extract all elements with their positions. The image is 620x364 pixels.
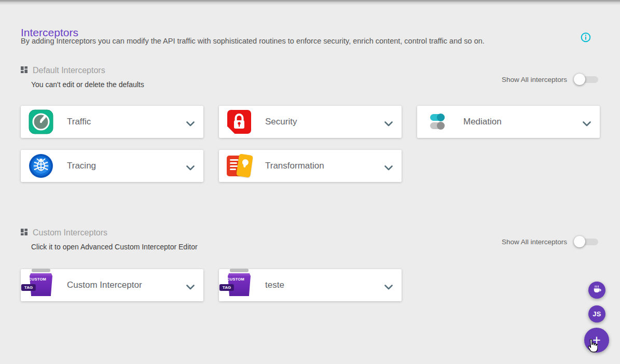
section-subtitle: You can't edit or delete the defaults [31,80,144,89]
toggle-label: Show All interceptors [502,76,567,83]
traffic-gauge-icon [29,109,53,134]
section-header-default-interceptors: Default Interceptors [21,66,105,75]
mediation-toggles-icon [425,109,450,134]
toggle-label: Show All interceptors [502,238,567,246]
custom-tag-icon: CUSTOM TAG [227,273,252,298]
chevron-down-icon[interactable] [583,119,591,129]
grid-icon [21,66,27,75]
section-title: Custom Interceptors [33,228,107,237]
security-lock-icon [227,109,252,134]
card-title: teste [265,280,284,290]
custom-tag-text-bottom: TAG [21,284,36,291]
section-title: Default Interceptors [33,66,105,75]
card-title: Mediation [463,117,502,127]
js-label: JS [593,310,601,318]
transformation-document-bulb-icon [227,153,252,178]
card-title: Custom Interceptor [67,280,142,290]
chevron-down-icon[interactable] [384,119,393,129]
chevron-down-icon[interactable] [384,283,393,292]
custom-tag-text-bottom: TAG [219,284,234,291]
top-scroll-shadow [0,0,620,5]
chevron-down-icon[interactable] [186,119,195,129]
card-custom-interceptor[interactable]: CUSTOM TAG Custom Interceptor [21,269,203,301]
grid-icon [21,228,27,237]
page-description: By adding Interceptors you can modify th… [21,37,485,45]
hand-cursor [587,339,598,355]
card-title: Security [265,117,297,127]
card-traffic[interactable]: Traffic [21,106,203,138]
show-all-toggle-row-custom: Show All interceptors [502,235,600,248]
chevron-down-icon[interactable] [186,163,195,173]
section-subtitle: Click it to open Advanced Custom Interce… [31,243,198,251]
tracing-bug-icon [29,153,53,178]
toggle-knob [574,236,585,247]
card-title: Transformation [265,161,324,171]
card-security[interactable]: Security [219,106,402,138]
coffee-cup-icon [592,284,602,296]
toggle-knob [574,74,585,85]
show-all-toggle-row-default: Show All interceptors [502,73,600,86]
card-title: Tracing [67,161,96,171]
card-title: Traffic [67,117,91,127]
js-fab[interactable]: JS [588,305,605,323]
info-icon[interactable] [581,32,591,43]
card-teste[interactable]: CUSTOM TAG teste [219,269,402,301]
section-header-custom-interceptors: Custom Interceptors [21,228,107,237]
chevron-down-icon[interactable] [384,163,393,173]
card-transformation[interactable]: Transformation [219,150,402,182]
custom-tag-icon: CUSTOM TAG [29,273,53,298]
chevron-down-icon[interactable] [186,283,195,292]
card-mediation[interactable]: Mediation [417,106,600,138]
show-all-toggle[interactable] [574,235,600,248]
card-tracing[interactable]: Tracing [21,150,203,182]
coffee-fab[interactable] [588,282,605,299]
show-all-toggle[interactable] [574,73,600,86]
